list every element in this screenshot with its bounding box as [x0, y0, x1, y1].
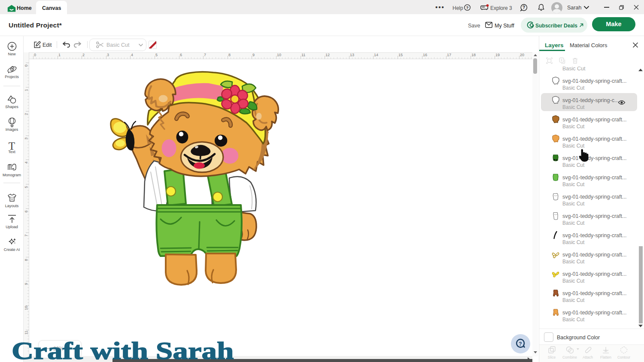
svg-text:?: ? [466, 5, 469, 10]
svg-text:?: ? [519, 341, 522, 347]
svg-text:?: ? [522, 5, 525, 10]
